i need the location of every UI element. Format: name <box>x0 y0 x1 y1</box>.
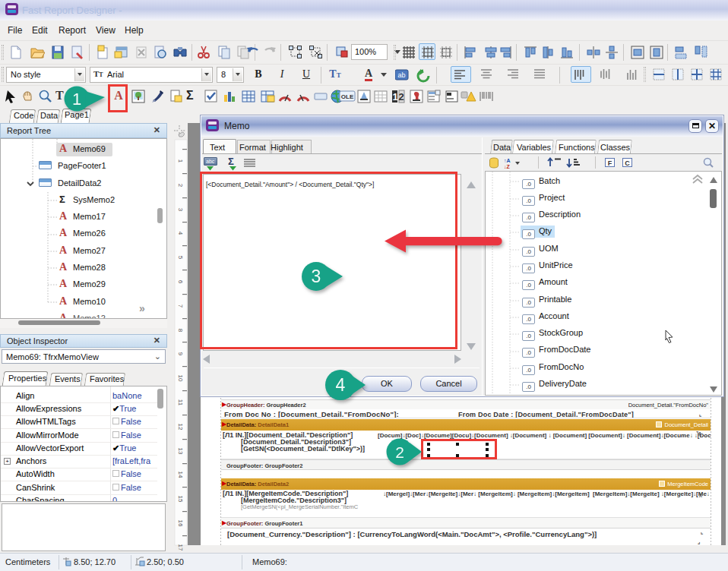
svg-text:13: 13 <box>177 448 184 455</box>
svg-text:14: 14 <box>177 472 184 478</box>
svg-text:6: 6 <box>177 280 184 284</box>
svg-text:4: 4 <box>336 375 346 395</box>
svg-text:ab: ab <box>397 71 405 79</box>
svg-text:4: 4 <box>177 232 184 235</box>
svg-text:10: 10 <box>177 375 184 382</box>
svg-text:17: 17 <box>177 544 184 551</box>
svg-text:15: 15 <box>177 496 184 503</box>
svg-text:3: 3 <box>177 208 184 212</box>
svg-text:3: 3 <box>312 267 321 286</box>
svg-text:1: 1 <box>72 90 81 109</box>
svg-text:12: 12 <box>177 424 184 431</box>
svg-text:2: 2 <box>398 91 404 103</box>
svg-text:2: 2 <box>177 184 184 188</box>
svg-text:11: 11 <box>177 399 184 406</box>
svg-text:↓Z: ↓Z <box>504 164 511 169</box>
svg-text:7: 7 <box>177 304 184 308</box>
svg-text:5: 5 <box>177 256 184 260</box>
svg-text:9: 9 <box>177 352 184 356</box>
svg-text:1: 1 <box>392 91 397 103</box>
svg-text:16: 16 <box>177 520 184 527</box>
svg-text:↑A: ↑A <box>504 158 511 163</box>
svg-text:2: 2 <box>395 443 404 461</box>
svg-text:1: 1 <box>177 159 184 163</box>
svg-text:8: 8 <box>177 329 184 333</box>
svg-text:OLE: OLE <box>341 93 354 100</box>
